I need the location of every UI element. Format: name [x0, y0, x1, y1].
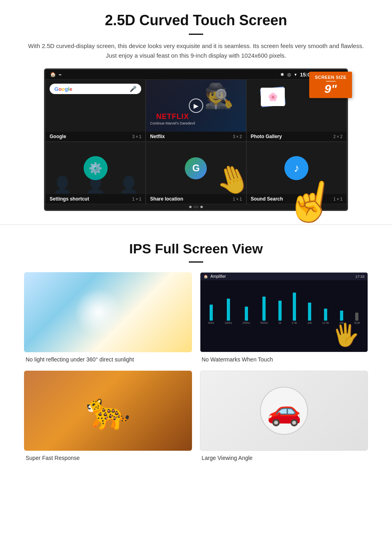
eq-header: 🏠 Amplifier 17:33: [200, 273, 368, 280]
feature-car: 🚗 Large Viewing Angle: [200, 371, 368, 461]
google-mic-icon[interactable]: 🎤: [130, 86, 136, 92]
section-ips-view: IPS Full Screen View No light reflecting…: [0, 229, 392, 469]
google-logo: Google: [54, 86, 72, 92]
eq-label-2-5k: 2.5k: [292, 321, 297, 324]
device-mockup: 🏠 ⌁ ✱ ◎ ▾ 15:06 ⊡ ◁) ⊠ ▭: [44, 68, 348, 211]
eq-bar-1k: 1k: [278, 301, 282, 324]
cheetah-emoji: 🐆: [86, 390, 130, 432]
eq-time: 17:33: [355, 275, 364, 279]
eq-label-200hz: 200hz: [242, 321, 250, 324]
eq-label-100hz: 100hz: [224, 321, 232, 324]
settings-content: 👤👤👤 ⚙️: [46, 142, 145, 194]
badge-size: 9": [315, 83, 346, 95]
settings-people-bg: 👤👤👤: [46, 175, 145, 194]
wifi-icon: ▾: [294, 72, 297, 77]
section1-title: 2.5D Curved Touch Screen: [24, 12, 368, 29]
netflix-content: 🕵️ ▶ NETFLIX Continue Marvel's Daredevil: [146, 80, 246, 132]
title-divider: [189, 34, 203, 35]
features-grid: No light reflecting under 360° direct su…: [24, 272, 368, 461]
eq-bar-100hz: 100hz: [224, 299, 232, 324]
google-label: Google 3 × 1: [46, 132, 145, 141]
sound-search-icon: ♪: [284, 156, 308, 180]
gps-icon: ◎: [287, 72, 291, 77]
eq-title: Amplifier: [210, 274, 226, 279]
netflix-brand: NETFLIX: [150, 112, 195, 121]
app-grid-top: Google 🎤 Google 3 × 1: [45, 79, 347, 142]
google-search-bar[interactable]: Google 🎤: [50, 84, 141, 94]
share-content: G 🤚: [146, 142, 246, 194]
cheetah-image: 🐆: [24, 371, 192, 451]
eq-label-500hz: 500hz: [260, 321, 268, 324]
eq-label-10k: 10k: [307, 321, 312, 324]
eq-bar: [340, 311, 343, 321]
eq-bar-12-5k: 12.5k: [322, 309, 329, 324]
feature-cheetah: 🐆 Super Fast Response: [24, 371, 192, 461]
eq-bar: [278, 301, 282, 321]
sound-label: Sound Search 1 × 1: [247, 194, 346, 204]
equalizer-image: 🏠 Amplifier 17:33 60hz 100hz: [200, 272, 368, 352]
eq-bar: [324, 309, 327, 321]
car-image: 🚗: [200, 371, 368, 451]
share-location-icon: G: [185, 157, 207, 179]
section1-description: With 2.5D curved-display screen, this de…: [24, 41, 368, 60]
eq-bar: [262, 297, 266, 321]
sound-content: ♪: [247, 142, 346, 194]
pagination-dots: [45, 204, 347, 210]
status-bar: 🏠 ⌁ ✱ ◎ ▾ 15:06 ⊡ ◁) ⊠ ▭: [45, 70, 347, 79]
badge-divider: [326, 81, 336, 82]
eq-bar: [245, 307, 248, 321]
gallery-stack: 🌸: [257, 83, 289, 111]
car-circle: 🚗: [260, 387, 308, 435]
car-top-view-icon: 🚗: [267, 394, 302, 427]
dot-3: [200, 206, 203, 208]
screen-size-badge: Screen Size 9": [309, 72, 352, 98]
eq-bar-200hz: 200hz: [242, 307, 250, 324]
eq-bars: 60hz 100hz 200hz 500hz: [200, 280, 368, 328]
usb-icon: ⌁: [58, 71, 62, 78]
eq-label-1k: 1k: [278, 321, 281, 324]
hand-touch-icon: 🤚: [210, 159, 246, 194]
eq-bar-60hz: 60hz: [208, 305, 214, 324]
home-icon: 🏠: [50, 72, 56, 77]
dot-1: [189, 206, 192, 208]
eq-bar-10k: 10k: [307, 303, 312, 324]
netflix-logo-area: NETFLIX Continue Marvel's Daredevil: [150, 112, 195, 125]
eq-home-icon: 🏠: [204, 275, 208, 279]
eq-label-12-5k: 12.5k: [322, 321, 329, 324]
feature-equalizer: 🏠 Amplifier 17:33 60hz 100hz: [200, 272, 368, 363]
eq-bar: [355, 313, 358, 321]
app-cell-settings[interactable]: 👤👤👤 ⚙️ Settings shortcut 1 × 1: [45, 142, 146, 204]
sunlight-glare: [74, 288, 122, 336]
car-caption: Large Viewing Angle: [200, 455, 368, 461]
car-visual: 🚗: [260, 387, 308, 435]
sunlight-image: [24, 272, 192, 352]
share-label: Share location 1 × 1: [146, 194, 246, 204]
section2-title: IPS Full Screen View: [24, 241, 368, 257]
netflix-play-button[interactable]: ▶: [189, 98, 203, 113]
eq-bar-2-5k: 2.5k: [292, 293, 297, 324]
google-content: Google 🎤: [46, 80, 145, 132]
sunlight-caption: No light reflecting under 360° direct su…: [24, 356, 192, 363]
app-cell-google[interactable]: Google 🎤 Google 3 × 1: [45, 79, 146, 142]
bluetooth-icon: ✱: [280, 72, 284, 77]
device-screen: 🏠 ⌁ ✱ ◎ ▾ 15:06 ⊡ ◁) ⊠ ▭: [44, 68, 348, 211]
dot-2-active: [193, 206, 199, 208]
eq-label-60hz: 60hz: [208, 321, 214, 324]
netflix-label: Netflix 3 × 2: [146, 132, 246, 141]
eq-screen: 🏠 Amplifier 17:33 60hz 100hz: [200, 273, 368, 352]
eq-bar: [210, 305, 213, 321]
cheetah-caption: Super Fast Response: [24, 455, 192, 461]
eq-bar-500hz: 500hz: [260, 297, 268, 324]
netflix-figure: 🕵️: [204, 82, 234, 110]
eq-bar: [308, 303, 311, 321]
eq-bar: [227, 299, 230, 321]
badge-label: Screen Size: [315, 75, 346, 80]
app-cell-sound[interactable]: ♪ Sound Search 1 × 1: [246, 142, 347, 204]
app-cell-share[interactable]: G 🤚 Share location 1 × 1: [146, 142, 246, 204]
app-grid-bottom: 👤👤👤 ⚙️ Settings shortcut 1 × 1 G: [45, 142, 347, 204]
settings-label: Settings shortcut 1 × 1: [46, 194, 145, 204]
section-divider: [0, 225, 392, 225]
equalizer-caption: No Watermarks When Touch: [200, 356, 368, 363]
app-cell-netflix[interactable]: 🕵️ ▶ NETFLIX Continue Marvel's Daredevil…: [146, 79, 246, 142]
feature-sunlight: No light reflecting under 360° direct su…: [24, 272, 192, 363]
